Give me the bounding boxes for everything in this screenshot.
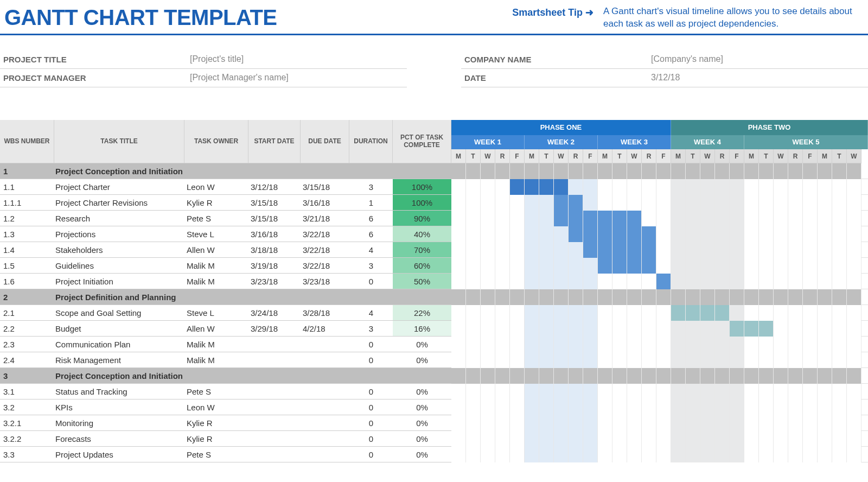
timeline-cell[interactable] bbox=[832, 195, 847, 211]
timeline-cell[interactable] bbox=[510, 305, 525, 321]
timeline-cell[interactable] bbox=[686, 179, 700, 195]
timeline-cell[interactable] bbox=[627, 415, 642, 431]
timeline-cell[interactable] bbox=[642, 399, 656, 415]
timeline-cell[interactable] bbox=[583, 242, 598, 258]
timeline-cell[interactable] bbox=[832, 258, 847, 274]
timeline-cell[interactable] bbox=[788, 195, 803, 211]
timeline-cell[interactable] bbox=[466, 274, 481, 289]
timeline-cell[interactable] bbox=[627, 305, 642, 321]
timeline-cell[interactable] bbox=[554, 447, 569, 462]
timeline-cell[interactable] bbox=[774, 226, 788, 242]
timeline-cell[interactable] bbox=[730, 337, 744, 352]
timeline-cell[interactable] bbox=[803, 431, 818, 447]
timeline-cell[interactable] bbox=[700, 431, 715, 447]
timeline-cell[interactable] bbox=[642, 368, 656, 384]
cell-owner[interactable]: Allen W bbox=[184, 321, 248, 336]
timeline-cell[interactable] bbox=[539, 305, 554, 321]
cell-dur[interactable]: 6 bbox=[349, 226, 393, 242]
timeline-cell[interactable] bbox=[759, 447, 774, 462]
timeline-cell[interactable] bbox=[832, 415, 847, 431]
timeline-cell[interactable] bbox=[818, 242, 832, 258]
timeline-cell[interactable] bbox=[569, 447, 583, 462]
timeline-cell[interactable] bbox=[759, 352, 774, 368]
timeline-cell[interactable] bbox=[569, 226, 583, 242]
cell-start[interactable] bbox=[248, 368, 301, 383]
timeline-cell[interactable] bbox=[818, 305, 832, 321]
cell-due[interactable] bbox=[301, 415, 349, 430]
timeline-cell[interactable] bbox=[598, 399, 612, 415]
timeline-cell[interactable] bbox=[759, 305, 774, 321]
timeline-cell[interactable] bbox=[642, 384, 656, 399]
cell-owner[interactable] bbox=[184, 368, 248, 383]
timeline-cell[interactable] bbox=[818, 415, 832, 431]
timeline-cell[interactable] bbox=[539, 242, 554, 258]
timeline-cell[interactable] bbox=[642, 447, 656, 462]
timeline-cell[interactable] bbox=[451, 305, 466, 321]
timeline-cell[interactable] bbox=[627, 384, 642, 399]
timeline-cell[interactable] bbox=[539, 431, 554, 447]
timeline-cell[interactable] bbox=[847, 274, 861, 289]
timeline-cell[interactable] bbox=[744, 352, 759, 368]
timeline-cell[interactable] bbox=[583, 274, 598, 289]
timeline-cell[interactable] bbox=[759, 242, 774, 258]
timeline-cell[interactable] bbox=[495, 399, 510, 415]
cell-due[interactable]: 3/22/18 bbox=[301, 258, 349, 273]
timeline-cell[interactable] bbox=[583, 447, 598, 462]
timeline-cell[interactable] bbox=[627, 337, 642, 352]
cell-start[interactable]: 3/19/18 bbox=[248, 258, 301, 273]
timeline-cell[interactable] bbox=[569, 352, 583, 368]
timeline-cell[interactable] bbox=[671, 242, 686, 258]
task-row[interactable]: 3.2.2ForecastsKylie R00% bbox=[0, 431, 451, 447]
timeline-cell[interactable] bbox=[730, 274, 744, 289]
timeline-cell[interactable] bbox=[715, 226, 730, 242]
timeline-cell[interactable] bbox=[612, 305, 627, 321]
cell-dur[interactable] bbox=[349, 368, 393, 383]
timeline-cell[interactable] bbox=[671, 226, 686, 242]
cell-owner[interactable]: Malik M bbox=[184, 274, 248, 289]
timeline-cell[interactable] bbox=[656, 179, 671, 195]
timeline-cell[interactable] bbox=[451, 274, 466, 289]
cell-pct[interactable]: 70% bbox=[393, 242, 451, 257]
cell-wbs[interactable]: 1 bbox=[0, 163, 54, 179]
timeline-cell[interactable] bbox=[803, 226, 818, 242]
cell-due[interactable]: 4/2/18 bbox=[301, 321, 349, 336]
cell-dur[interactable]: 0 bbox=[349, 337, 393, 352]
timeline-cell[interactable] bbox=[569, 384, 583, 399]
timeline-cell[interactable] bbox=[495, 258, 510, 274]
timeline-cell[interactable] bbox=[730, 384, 744, 399]
timeline-cell[interactable] bbox=[818, 399, 832, 415]
timeline-cell[interactable] bbox=[818, 352, 832, 368]
cell-wbs[interactable]: 1.2 bbox=[0, 211, 54, 226]
timeline-cell[interactable] bbox=[451, 163, 466, 179]
timeline-cell[interactable] bbox=[481, 195, 495, 211]
timeline-cell[interactable] bbox=[598, 431, 612, 447]
timeline-cell[interactable] bbox=[554, 368, 569, 384]
timeline-cell[interactable] bbox=[642, 242, 656, 258]
cell-dur[interactable]: 0 bbox=[349, 447, 393, 462]
cell-wbs[interactable]: 3 bbox=[0, 368, 54, 383]
cell-start[interactable]: 3/12/18 bbox=[248, 179, 301, 194]
timeline-cell[interactable] bbox=[671, 321, 686, 337]
timeline-cell[interactable] bbox=[744, 289, 759, 305]
timeline-cell[interactable] bbox=[832, 242, 847, 258]
timeline-cell[interactable] bbox=[847, 337, 861, 352]
timeline-cell[interactable] bbox=[627, 274, 642, 289]
timeline-cell[interactable] bbox=[847, 447, 861, 462]
timeline-cell[interactable] bbox=[832, 384, 847, 399]
timeline-cell[interactable] bbox=[583, 384, 598, 399]
cell-dur[interactable]: 0 bbox=[349, 399, 393, 415]
timeline-cell[interactable] bbox=[759, 179, 774, 195]
timeline-cell[interactable] bbox=[495, 431, 510, 447]
timeline-cell[interactable] bbox=[744, 337, 759, 352]
timeline-cell[interactable] bbox=[598, 305, 612, 321]
cell-pct[interactable]: 50% bbox=[393, 274, 451, 289]
timeline-cell[interactable] bbox=[569, 368, 583, 384]
timeline-cell[interactable] bbox=[847, 258, 861, 274]
timeline-cell[interactable] bbox=[569, 211, 583, 226]
timeline-cell[interactable] bbox=[481, 431, 495, 447]
timeline-cell[interactable] bbox=[642, 274, 656, 289]
cell-wbs[interactable]: 1.5 bbox=[0, 258, 54, 273]
timeline-cell[interactable] bbox=[627, 447, 642, 462]
timeline-cell[interactable] bbox=[715, 305, 730, 321]
timeline-cell[interactable] bbox=[788, 179, 803, 195]
